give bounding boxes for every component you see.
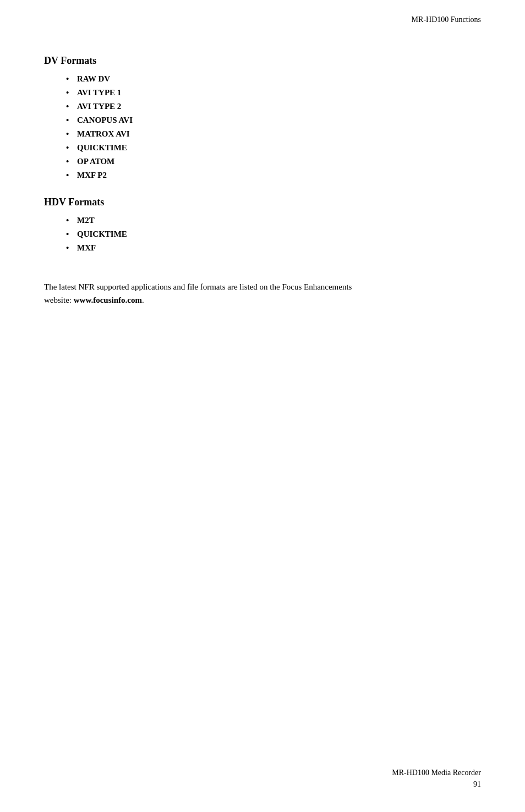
list-item: M2T: [66, 216, 481, 225]
footer-description: The latest NFR supported applications an…: [44, 280, 374, 307]
main-content: DV Formats RAW DV AVI TYPE 1 AVI TYPE 2 …: [44, 55, 481, 307]
hdv-formats-section: HDV Formats M2T QUICKTIME MXF: [44, 197, 481, 253]
page-container: MR-HD100 Functions DV Formats RAW DV AVI…: [0, 0, 525, 812]
hdv-formats-list: M2T QUICKTIME MXF: [44, 216, 481, 253]
footer-end-text: .: [142, 296, 144, 304]
footer-bold-text: www.focusinfo.com: [74, 296, 142, 304]
list-item: OP ATOM: [66, 157, 481, 166]
list-item: MATROX AVI: [66, 129, 481, 139]
list-item: QUICKTIME: [66, 143, 481, 152]
header-title: MR-HD100 Functions: [412, 15, 481, 24]
list-item: MXF: [66, 243, 481, 253]
dv-formats-section: DV Formats RAW DV AVI TYPE 1 AVI TYPE 2 …: [44, 55, 481, 180]
list-item: QUICKTIME: [66, 230, 481, 239]
list-item: RAW DV: [66, 74, 481, 84]
page-footer-line1: MR-HD100 Media Recorder: [392, 767, 481, 778]
list-item: AVI TYPE 2: [66, 102, 481, 111]
dv-formats-list: RAW DV AVI TYPE 1 AVI TYPE 2 CANOPUS AVI…: [44, 74, 481, 180]
list-item: MXF P2: [66, 171, 481, 180]
list-item: CANOPUS AVI: [66, 116, 481, 125]
hdv-formats-heading: HDV Formats: [44, 197, 481, 208]
list-item: AVI TYPE 1: [66, 88, 481, 97]
page-footer: MR-HD100 Media Recorder 91: [392, 767, 481, 790]
header-right: MR-HD100 Functions: [412, 15, 481, 24]
dv-formats-heading: DV Formats: [44, 55, 481, 67]
page-footer-line2: 91: [392, 778, 481, 790]
